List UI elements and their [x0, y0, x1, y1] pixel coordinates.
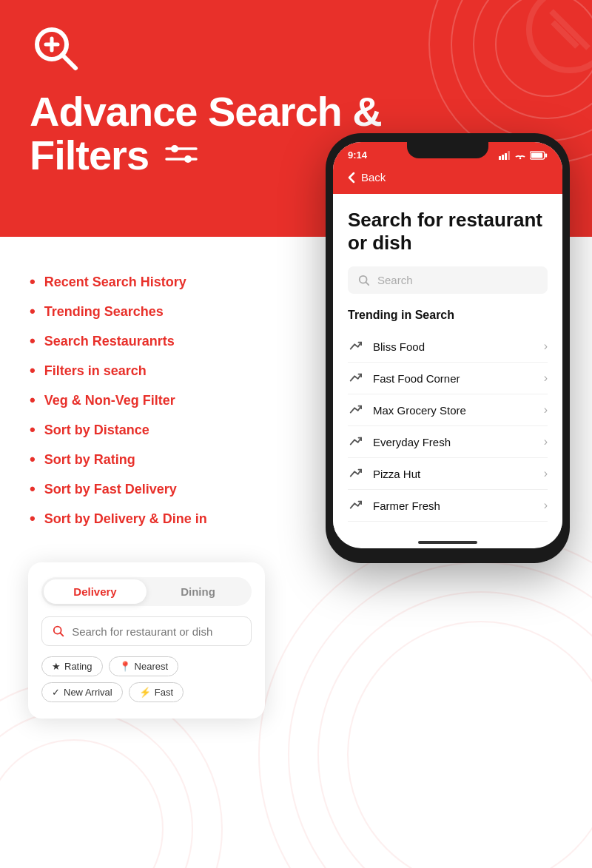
- feature-list-item: Trending Searches: [30, 302, 259, 321]
- chip-label: Nearest: [135, 661, 169, 672]
- svg-point-16: [289, 562, 592, 868]
- trending-arrow-icon: [348, 435, 363, 448]
- trending-item-left: Bliss Food: [348, 340, 425, 353]
- app-logo-icon: [30, 24, 81, 75]
- filter-chips: ★Rating📍Nearest✓New Arrival⚡Fast: [41, 656, 252, 702]
- feature-list-item: Recent Search History: [30, 272, 259, 292]
- chevron-right-icon: ›: [544, 435, 548, 448]
- trending-list: Bliss Food › Fast Food Corner › Max Groc…: [348, 331, 548, 522]
- hero-title-line1: Advance Search &: [30, 88, 382, 135]
- tab-bar: Delivery Dining: [41, 577, 252, 606]
- svg-point-15: [259, 533, 592, 868]
- hero-title-line2: Filters: [30, 134, 149, 178]
- phone-nav-bar: Back: [333, 165, 562, 194]
- phone-search-input[interactable]: Search: [348, 266, 548, 294]
- phone-content: Search for restaurant or dish Search Tre…: [333, 194, 562, 534]
- search-input-small[interactable]: [72, 625, 240, 638]
- right-panel: 9:14: [303, 133, 592, 563]
- svg-point-4: [529, 0, 592, 70]
- svg-rect-25: [502, 155, 504, 160]
- svg-rect-27: [508, 151, 510, 160]
- svg-point-14: [184, 155, 192, 163]
- feature-list-item: Sort by Delivery & Dine in: [30, 509, 259, 528]
- chip-icon: ★: [52, 661, 61, 672]
- trending-item-name: Fast Food Corner: [373, 372, 460, 385]
- svg-line-33: [366, 282, 369, 285]
- chevron-right-icon: ›: [544, 467, 548, 480]
- trending-item[interactable]: Farmer Fresh ›: [348, 490, 548, 522]
- chevron-right-icon: ›: [544, 371, 548, 385]
- svg-line-23: [60, 633, 63, 636]
- bottom-mockup: Delivery Dining ★Rating📍Nearest✓New Arri…: [28, 562, 265, 719]
- chip-icon: ✓: [52, 687, 60, 698]
- svg-rect-30: [545, 153, 548, 157]
- svg-point-17: [318, 592, 592, 868]
- trending-item-name: Everyday Fresh: [373, 436, 451, 448]
- svg-rect-26: [505, 153, 507, 160]
- body-section: Recent Search HistoryTrending SearchesSe…: [0, 237, 592, 868]
- trending-item-left: Everyday Fresh: [348, 435, 451, 448]
- trending-item[interactable]: Bliss Food ›: [348, 331, 548, 363]
- trending-item-name: Pizza Hut: [373, 468, 420, 480]
- feature-list: Recent Search HistoryTrending SearchesSe…: [30, 272, 259, 539]
- trending-item-name: Max Grocery Store: [373, 404, 466, 417]
- left-panel: Recent Search HistoryTrending SearchesSe…: [0, 237, 289, 868]
- trending-item-name: Bliss Food: [373, 340, 425, 353]
- search-bar-small: [41, 616, 252, 646]
- phone-notch: [407, 142, 488, 158]
- trending-arrow-icon: [348, 499, 363, 512]
- trending-item-left: Max Grocery Store: [348, 403, 466, 417]
- phone-inner: 9:14: [333, 142, 562, 548]
- wifi-icon: [514, 151, 526, 160]
- status-icons: [499, 151, 548, 160]
- chip-label: Rating: [64, 661, 92, 672]
- trending-item-left: Pizza Hut: [348, 467, 420, 480]
- svg-point-28: [519, 157, 522, 159]
- feature-list-item: Filters in search: [30, 361, 259, 380]
- trending-label: Trending in Search: [348, 309, 548, 322]
- phone-search-title: Search for restaurant or dish: [348, 209, 548, 255]
- chip-icon: 📍: [119, 661, 131, 672]
- filter-icon: [165, 134, 198, 178]
- chip-icon: ⚡: [139, 687, 151, 698]
- trending-arrow-icon: [348, 403, 363, 417]
- back-label[interactable]: Back: [361, 171, 386, 184]
- trending-item-name: Farmer Fresh: [373, 499, 440, 512]
- signal-icon: [499, 151, 511, 160]
- feature-list-item: Sort by Fast Delivery: [30, 480, 259, 499]
- feature-list-item: Sort by Rating: [30, 450, 259, 469]
- trending-item[interactable]: Max Grocery Store ›: [348, 394, 548, 426]
- trending-arrow-icon: [348, 371, 363, 385]
- trending-item[interactable]: Everyday Fresh ›: [348, 426, 548, 458]
- back-chevron-icon[interactable]: [348, 172, 355, 184]
- filter-chip-rating[interactable]: ★Rating: [41, 656, 103, 676]
- svg-point-18: [348, 622, 592, 868]
- trending-item-left: Fast Food Corner: [348, 371, 460, 385]
- chip-label: New Arrival: [64, 687, 112, 698]
- phone-search-placeholder: Search: [377, 274, 413, 286]
- trending-arrow-icon: [348, 340, 363, 353]
- filter-chip-fast[interactable]: ⚡Fast: [129, 682, 184, 702]
- feature-list-item: Search Restauranrts: [30, 332, 259, 351]
- trending-item[interactable]: Fast Food Corner ›: [348, 363, 548, 394]
- feature-list-item: Veg & Non-Veg Filter: [30, 391, 259, 410]
- svg-rect-31: [531, 152, 542, 158]
- trending-item-left: Farmer Fresh: [348, 499, 440, 512]
- tab-delivery[interactable]: Delivery: [44, 579, 147, 604]
- feature-list-item: Sort by Distance: [30, 420, 259, 440]
- svg-rect-24: [499, 156, 501, 160]
- status-time: 9:14: [348, 149, 367, 161]
- filter-chip-new arrival[interactable]: ✓New Arrival: [41, 682, 123, 702]
- phone-search-icon: [358, 275, 370, 286]
- chevron-right-icon: ›: [544, 340, 548, 353]
- trending-arrow-icon: [348, 467, 363, 480]
- phone-outer: 9:14: [326, 133, 570, 563]
- chevron-right-icon: ›: [544, 499, 548, 512]
- svg-line-8: [62, 55, 75, 68]
- filter-chip-nearest[interactable]: 📍Nearest: [109, 656, 179, 676]
- trending-item[interactable]: Pizza Hut ›: [348, 458, 548, 490]
- tab-dining[interactable]: Dining: [147, 579, 249, 604]
- battery-icon: [530, 151, 548, 160]
- home-indicator: [333, 534, 562, 548]
- chevron-right-icon: ›: [544, 403, 548, 417]
